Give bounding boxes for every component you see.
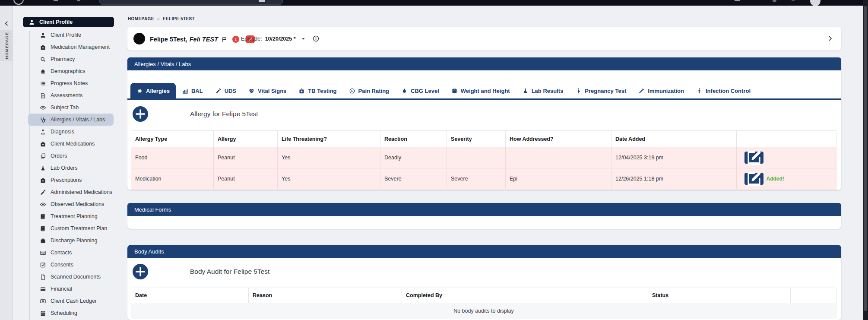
sidebar-item-administered-medications[interactable]: Administered Medications [13, 186, 121, 198]
tab-immunization[interactable]: Immunization [632, 83, 690, 98]
breadcrumb-current: FELIPE 5TEST [163, 16, 195, 21]
sidebar-header-client-profile[interactable]: Client Profile [23, 17, 114, 27]
sidebar-item-contacts[interactable]: Contacts [13, 247, 121, 259]
medkit-icon [40, 141, 46, 147]
tab-pregnancy-test[interactable]: Pregnancy Test [569, 83, 632, 98]
top-bar-icon[interactable] [792, 0, 795, 1]
client-name: Felipe 5Test, Feli TEST 1 [150, 35, 255, 43]
cell-severity: Severe [447, 168, 506, 190]
sidebar-item-label: Treatment Planning [51, 213, 98, 219]
medkit-icon [40, 44, 46, 51]
homepage-vertical-label: HOMEPAGE [4, 32, 9, 59]
sidebar-item-financial[interactable]: Financial [13, 283, 121, 295]
cell-allergy: Peanut [214, 168, 278, 190]
alert-count-badge[interactable]: 1 [232, 36, 239, 43]
sidebar-item-medication-management[interactable]: Medication Management [13, 41, 121, 53]
empty-state-text: No body audits to display [131, 303, 836, 319]
sidebar-item-discharge-planning[interactable]: Discharge Planning [13, 234, 121, 247]
tab-weight-and-height[interactable]: Weight and Height [445, 83, 516, 98]
sidebar-item-consents[interactable]: Consents [13, 259, 121, 271]
tab-allergies[interactable]: Allergies [130, 83, 176, 98]
edit-allergy-button[interactable] [744, 173, 763, 185]
sidebar-item-label: Client Cash Ledger [51, 298, 97, 304]
tab-cbg-level[interactable]: CBG Level [395, 83, 445, 98]
tab-pain-rating[interactable]: Pain Rating [343, 83, 396, 98]
sidebar-item-custom-treatment-plan[interactable]: Custom Treatment Plan [13, 222, 121, 234]
sidebar-item-lab-orders[interactable]: Lab Orders [13, 162, 121, 174]
section-title: Medical Forms [134, 206, 171, 213]
sidebar-item-label: Administered Medications [51, 189, 112, 195]
user-avatar[interactable] [810, 0, 820, 6]
sidebar-item-orders[interactable]: Orders [13, 150, 121, 162]
sidebar-item-client-profile[interactable]: Client Profile [13, 29, 121, 41]
body-audit-toolbar: Body Audit for Felipe 5Test [127, 264, 841, 279]
sidebar-item-label: Allergies / Vitals / Labs [51, 117, 105, 123]
scrollbar-thumb[interactable] [864, 6, 867, 311]
expand-client-header-button[interactable] [827, 35, 833, 42]
client-avatar[interactable] [133, 33, 145, 44]
edit-allergy-button[interactable] [744, 152, 763, 164]
add-body-audit-button[interactable] [133, 264, 148, 279]
info-icon[interactable] [312, 35, 320, 42]
tab-label: Weight and Height [461, 88, 510, 94]
top-nav-item[interactable] [54, 0, 58, 1]
eye-icon [40, 201, 46, 208]
sidebar-item-progress-notes[interactable]: Progress Notes [13, 77, 121, 89]
tab-infection-control[interactable]: Infection Control [690, 83, 757, 98]
droplet-icon [401, 88, 408, 94]
collapse-sidebar-button[interactable] [0, 19, 13, 28]
dropper-icon [40, 189, 46, 196]
sidebar-item-label: Progress Notes [51, 80, 88, 86]
scale-icon [451, 88, 458, 94]
tab-uds[interactable]: UDS [209, 83, 242, 98]
sidebar-item-subject-tab[interactable]: Subject Tab [13, 101, 121, 114]
top-navigation-bar [0, 0, 868, 6]
sidebar-item-allergies-vitals-labs[interactable]: Allergies / Vitals / Labs [28, 114, 114, 126]
tab-bal[interactable]: BAL [176, 83, 209, 98]
sidebar-item-label: Orders [51, 153, 67, 159]
copy-icon [40, 153, 46, 159]
client-profile-sidebar: Client Profile Client Profile Medication… [13, 6, 121, 320]
tab-lab-results[interactable]: Lab Results [516, 83, 570, 98]
sidebar-item-treatment-planning[interactable]: Treatment Planning [13, 210, 121, 222]
added-status-note: Added! [766, 176, 784, 182]
sidebar-item-pharmacy[interactable]: Pharmacy [13, 53, 121, 65]
sidebar-item-assessments[interactable]: Assessments [13, 89, 121, 101]
client-alias-text: Feli TEST [190, 36, 218, 43]
chevron-down-icon[interactable] [301, 36, 306, 41]
tab-tb-testing[interactable]: TB Testing [292, 83, 342, 98]
top-bar-icon[interactable] [735, 0, 740, 1]
episode-selector: Episode: 10/20/2025 * [241, 27, 320, 51]
sidebar-item-scanned-documents[interactable]: Scanned Documents [13, 271, 121, 283]
top-nav-item[interactable] [77, 0, 80, 1]
episode-value[interactable]: 10/20/2025 * [265, 36, 296, 42]
flag-icon[interactable] [221, 36, 228, 43]
global-search-input[interactable] [99, 0, 283, 5]
sidebar-item-client-medications[interactable]: Client Medications [13, 138, 121, 150]
add-allergy-button[interactable] [133, 106, 148, 122]
sidebar-item-label: Custom Treatment Plan [51, 225, 107, 231]
sidebar-item-demographics[interactable]: Demographics [13, 65, 121, 77]
medkit-icon [40, 177, 46, 184]
sidebar-item-client-cash-ledger[interactable]: Client Cash Ledger [13, 295, 121, 307]
notifications-icon[interactable] [773, 0, 776, 2]
sidebar-item-observed-medications[interactable]: Observed Medications [13, 198, 121, 210]
page-scrollbar[interactable] [863, 0, 868, 320]
body-audits-section: Body Audits Body Audit for Felipe 5Test … [127, 245, 841, 320]
sidebar-item-label: Diagnosis [51, 129, 74, 135]
homepage-vertical-tab[interactable]: HOMEPAGE [0, 30, 13, 61]
sidebar-item-label: Lab Orders [51, 165, 78, 171]
chevron-left-icon [3, 20, 10, 27]
smiley-icon [349, 88, 355, 94]
tab-label: Allergies [146, 88, 170, 94]
sidebar-item-prescriptions[interactable]: Prescriptions [13, 174, 121, 186]
breadcrumb-homepage-link[interactable]: HOMEPAGE [128, 16, 154, 21]
sidebar-item-label: Observed Medications [51, 201, 104, 207]
tab-vital-signs[interactable]: Vital Signs [242, 83, 292, 98]
sidebar-header-label: Client Profile [39, 19, 73, 25]
sidebar-item-scheduling[interactable]: Scheduling [13, 307, 121, 319]
sidebar-item-diagnosis[interactable]: Diagnosis [13, 126, 121, 138]
medkit-icon [298, 88, 305, 94]
cell-life-threatening: Yes [278, 168, 380, 190]
tab-label: Lab Results [532, 88, 564, 94]
